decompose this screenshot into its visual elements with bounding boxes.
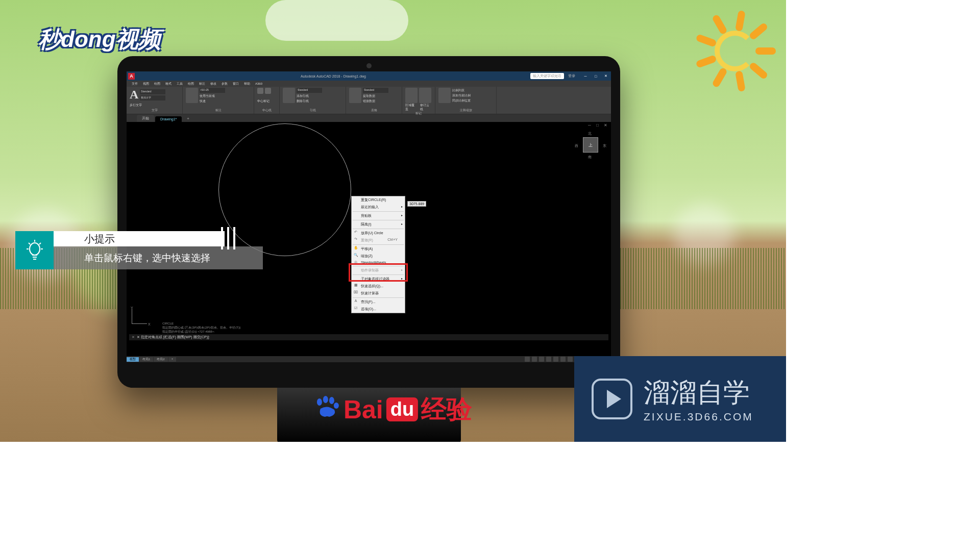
center-mark-label[interactable]: 中心标记 bbox=[257, 99, 276, 103]
baidu-jingyan-logo: Baidu 经验 bbox=[314, 392, 472, 427]
context-menu-item[interactable]: 重做(R)↷Ctrl+Y bbox=[352, 237, 405, 244]
addscale-icon[interactable] bbox=[438, 88, 451, 103]
command-line[interactable]: CIRCLE 指定圆的圆心或 [三点(3P)/两点(2P)/切点、切点、半径(T… bbox=[127, 321, 611, 336]
wipeout-icon[interactable] bbox=[405, 88, 418, 103]
close-icon[interactable]: ✕ bbox=[601, 71, 611, 81]
leader-icon[interactable] bbox=[283, 88, 295, 103]
panel-label-dim: 标注 bbox=[186, 108, 251, 113]
table-icon[interactable] bbox=[349, 88, 361, 103]
user-label[interactable]: 登录 bbox=[568, 73, 575, 79]
menu-item[interactable]: 视图 bbox=[143, 82, 149, 86]
context-menu-item[interactable]: 选项(O)...☑ bbox=[352, 306, 405, 313]
status-icon[interactable] bbox=[546, 357, 551, 362]
cursor-tooltip: 3075.889 bbox=[407, 201, 426, 207]
context-menu-item[interactable]: 最近的输入 bbox=[352, 204, 405, 211]
dim-quick[interactable]: 快速 bbox=[200, 99, 225, 103]
window-title: Autodesk AutoCAD 2018 - Drawing1.dwg bbox=[136, 74, 530, 78]
text-tool-icon[interactable]: A bbox=[130, 88, 138, 102]
context-menu-item[interactable]: 平移(A)✋ bbox=[352, 245, 405, 253]
dim-style-dropdown[interactable]: ISO-25 bbox=[200, 88, 225, 93]
context-menu-item[interactable]: 重复CIRCLE(R) bbox=[352, 196, 405, 204]
viewcube-top[interactable]: 上 bbox=[583, 137, 598, 153]
status-icon[interactable] bbox=[532, 357, 537, 362]
help-search[interactable]: 输入关键字或短语 bbox=[530, 73, 564, 79]
svg-point-3 bbox=[329, 397, 334, 404]
minimize-icon[interactable]: ─ bbox=[580, 71, 591, 81]
tutorial-highlight-box bbox=[349, 263, 408, 282]
tutorial-tip-overlay: 小提示 单击鼠标右键，选中快速选择 bbox=[15, 231, 263, 269]
tip-title: 小提示 bbox=[54, 231, 225, 246]
context-menu-item[interactable]: 快速计算器⌧ bbox=[352, 290, 405, 297]
cmd-close-icon[interactable]: ✕ bbox=[132, 335, 135, 339]
context-menu-item[interactable]: 缩放(Z)🔍 bbox=[352, 253, 405, 260]
table-extract[interactable]: 提取数据 bbox=[363, 94, 388, 98]
drawing-tabs: 开始 Drawing1* + bbox=[127, 114, 611, 122]
context-menu-item[interactable]: 快速选择(Q)...▦ bbox=[352, 283, 405, 290]
canvas-window-controls[interactable]: ─ □ ✕ bbox=[588, 123, 609, 128]
play-icon bbox=[592, 379, 632, 419]
maximize-icon[interactable]: □ bbox=[591, 71, 601, 81]
menu-item[interactable]: 修改 bbox=[210, 82, 216, 86]
multiline-text[interactable]: 多行文字 bbox=[130, 103, 179, 107]
tab-layout-add[interactable]: + bbox=[168, 357, 177, 362]
status-icon[interactable] bbox=[560, 357, 566, 362]
context-menu-item[interactable]: 隔离(I) bbox=[352, 221, 405, 228]
app-icon[interactable]: A bbox=[128, 73, 135, 80]
leader-remove[interactable]: 删除引线 bbox=[297, 99, 322, 103]
status-icon[interactable] bbox=[539, 357, 544, 362]
scale-add[interactable]: 添加当前比例 bbox=[452, 93, 471, 97]
svg-point-2 bbox=[323, 396, 328, 403]
tab-layout2[interactable]: 布局2 bbox=[154, 357, 167, 362]
context-menu-item[interactable]: 剪贴板 bbox=[352, 212, 405, 219]
status-icon[interactable] bbox=[568, 357, 573, 362]
svg-point-1 bbox=[317, 398, 322, 406]
menu-item[interactable]: 绘图 bbox=[188, 82, 194, 86]
context-menu-item[interactable]: 放弃(U) Circle↶ bbox=[352, 230, 405, 237]
status-icon[interactable] bbox=[525, 357, 530, 362]
leader-style-dropdown[interactable]: Standard bbox=[297, 88, 322, 93]
cmd-history: CIRCLE 指定圆的圆心或 [三点(3P)/两点(2P)/切点、切点、半径(T… bbox=[127, 321, 611, 334]
context-menu: 重复CIRCLE(R)最近的输入剪贴板隔离(I)放弃(U) Circle↶重做(… bbox=[351, 196, 405, 313]
paw-icon bbox=[314, 395, 340, 423]
centerline-icon[interactable] bbox=[265, 88, 271, 94]
tab-model[interactable]: 模型 bbox=[127, 357, 139, 362]
find-text-dropdown[interactable]: 查找文字 bbox=[140, 95, 165, 101]
text-style-dropdown[interactable]: Standard bbox=[140, 89, 165, 94]
revcloud-icon[interactable] bbox=[419, 88, 431, 103]
ucs-icon: X Y bbox=[132, 304, 152, 324]
scale-sync[interactable]: 同步比例位置 bbox=[452, 98, 471, 103]
monitor-frame: A Autodesk AutoCAD 2018 - Drawing1.dwg 输… bbox=[117, 56, 620, 388]
tab-drawing1[interactable]: Drawing1* bbox=[155, 116, 182, 122]
lightbulb-icon bbox=[15, 231, 54, 269]
menu-item[interactable]: 参数 bbox=[222, 82, 228, 86]
menu-item[interactable]: 格式 bbox=[165, 82, 172, 86]
tab-layout1[interactable]: 布局1 bbox=[139, 357, 153, 362]
tab-new[interactable]: + bbox=[183, 115, 193, 122]
menu-item[interactable]: A360 bbox=[255, 82, 262, 85]
centermark-icon[interactable] bbox=[257, 88, 263, 94]
context-menu-item[interactable]: 查找(F)...A bbox=[352, 298, 405, 306]
cmd-input[interactable]: ✕ ✕ 指定对角点或 [栏选(F) 圈围(WP) 圈交(CP)]: bbox=[129, 334, 608, 340]
dim-use-current[interactable]: 使用当前项 bbox=[200, 94, 225, 98]
menu-item[interactable]: 绘图 bbox=[154, 82, 160, 86]
leader-add[interactable]: 添加引线 bbox=[297, 94, 322, 98]
miaodong-logo: 秒dong视频 bbox=[38, 24, 161, 55]
zixue-banner: 溜溜自学 ZIXUE.3D66.COM bbox=[574, 356, 786, 442]
tab-start[interactable]: 开始 bbox=[137, 115, 154, 122]
viewcube[interactable]: 北 西 东 南 上 bbox=[578, 132, 603, 168]
ribbon: A Standard 查找文字 多行文字 文字 ISO-25 使用当前项 快速 bbox=[127, 87, 611, 114]
menu-item[interactable]: 标注 bbox=[199, 82, 205, 86]
menu-item[interactable]: 帮助 bbox=[244, 82, 250, 86]
svg-point-0 bbox=[30, 243, 40, 255]
status-bar: 模型 布局1 布局2 + bbox=[127, 356, 611, 362]
menu-item[interactable]: 窗口 bbox=[233, 82, 239, 86]
scale-list[interactable]: 比例列表 bbox=[452, 88, 471, 92]
zixue-url: ZIXUE.3D66.COM bbox=[644, 411, 753, 423]
dimension-icon[interactable] bbox=[186, 88, 198, 103]
menu-item[interactable]: 工具 bbox=[177, 82, 183, 86]
panel-label-center: 中心线 bbox=[257, 108, 276, 113]
menu-item[interactable]: 文件 bbox=[132, 82, 138, 86]
table-style-dropdown[interactable]: Standard bbox=[363, 88, 388, 93]
table-link[interactable]: 链接数据 bbox=[363, 99, 388, 103]
status-icon[interactable] bbox=[553, 357, 558, 362]
